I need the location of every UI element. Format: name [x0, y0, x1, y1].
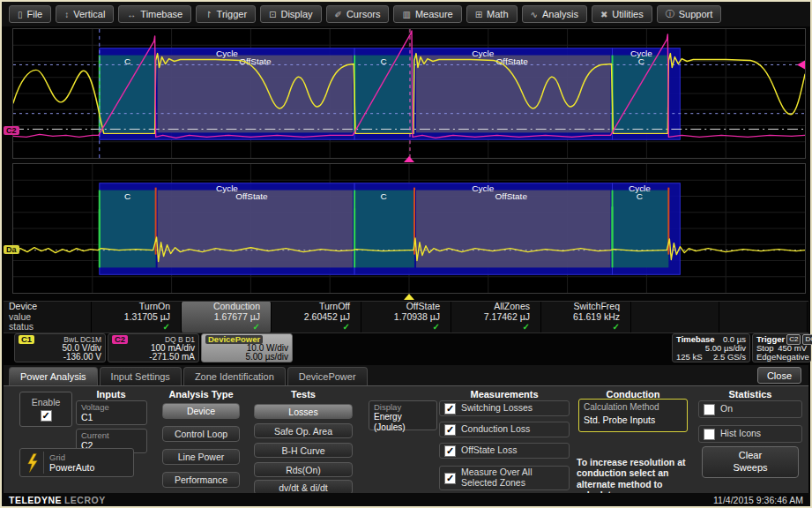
math-icon: ⊞: [475, 10, 482, 19]
timebase-rate: 2.5 GS/s: [713, 353, 746, 362]
trigger-descriptor[interactable]: Trigger C2 DC Stop 450 mV Edge Negative: [752, 333, 811, 362]
vertical-icon: ↕: [64, 10, 69, 19]
measurement-offstate-loss[interactable]: OffState Loss: [439, 443, 570, 459]
measurement-checkbox-measure-over-all-selected-zones[interactable]: [444, 473, 456, 484]
c1-descriptor[interactable]: C1 BwL DC1M 50.0 V/div -136.00 V: [14, 333, 106, 362]
measure-column-empty[interactable]: [631, 302, 719, 332]
tab-devicepower[interactable]: DevicePower: [287, 367, 368, 385]
menu-label: Utilities: [612, 9, 643, 19]
analysis-type-header: Analysis Type: [162, 389, 240, 400]
cursors-icon: ✐: [335, 10, 342, 19]
measure-column-conduction[interactable]: Conduction1.67677 µJ✓: [182, 302, 272, 332]
measure-column-allzones[interactable]: AllZones7.17462 µJ✓: [451, 302, 541, 332]
trigger-time-marker[interactable]: [404, 156, 414, 162]
test-losses[interactable]: Losses: [254, 404, 353, 419]
dialog-content: Inputs Analysis Type Tests Measurements …: [4, 385, 808, 495]
waveform-grid-top[interactable]: CCycleOffStateCCycleOffStateCycleC: [12, 28, 806, 159]
measure-status-ok-icon: ✓: [182, 322, 271, 332]
measure-value: 2.60452 µJ: [272, 312, 361, 323]
support-icon: ⓘ: [666, 8, 674, 20]
measure-value: 1.31705 µJ: [92, 312, 181, 323]
c1-offset: -136.00 V: [19, 353, 101, 362]
: [631, 312, 719, 323]
measurement-checkbox-switching-losses[interactable]: [444, 403, 456, 415]
c2-descriptor[interactable]: C2 DQ B D1 100 mA/div -271.50 mA: [108, 333, 199, 362]
test-rds-on[interactable]: Rds(On): [254, 462, 353, 477]
measurement-measure-over-all-selected-zones[interactable]: Measure Over All Selected Zones: [439, 466, 570, 490]
measure-name: TurnOff: [272, 302, 361, 312]
trigger-type: Edge: [756, 353, 776, 362]
voltage-input-field[interactable]: Voltage C1: [76, 400, 147, 425]
timebase-descriptor[interactable]: Timebase 0.0 µs 5.00 µs/div 125 kS 2.5 G…: [672, 333, 750, 362]
menu-display[interactable]: ⊡Display: [260, 5, 321, 23]
measure-column-offstate[interactable]: OffState1.70938 µJ✓: [361, 302, 451, 332]
brand-lecroy: LECROY: [64, 495, 106, 505]
stat-checkbox-on[interactable]: [704, 404, 715, 415]
calculation-method-label: Calculation Method: [584, 401, 682, 414]
devicepower-trace-label[interactable]: Da: [4, 245, 19, 254]
menu-timebase[interactable]: ↔Timebase: [118, 5, 191, 23]
tab-zone-identification[interactable]: Zone Identification: [183, 367, 286, 385]
measure-column-turnoff[interactable]: TurnOff2.60452 µJ✓: [272, 302, 361, 332]
menu-label: Analysis: [542, 9, 578, 19]
analysis-icon: ∿: [531, 10, 538, 19]
menu-label: Math: [487, 9, 508, 19]
analysis-type-control-loop[interactable]: Control Loop: [162, 426, 240, 442]
clear-sweeps-button[interactable]: Clear Sweeps: [702, 446, 799, 478]
analysis-type-line-power[interactable]: Line Power: [162, 449, 240, 465]
measure-row-labels: Devicevaluestatus: [4, 302, 92, 332]
menu-math[interactable]: ⊞Math: [466, 5, 518, 23]
enable-toggle[interactable]: Enable: [19, 392, 72, 427]
menu-label: Cursors: [346, 9, 381, 19]
menu-utilities[interactable]: ✖Utilities: [592, 5, 652, 23]
menu-support[interactable]: ⓘSupport: [657, 5, 722, 23]
stat-hist-icons[interactable]: Hist Icons: [698, 425, 802, 443]
enable-checkbox[interactable]: [41, 410, 52, 422]
measurement-checkbox-offstate-loss[interactable]: [444, 445, 456, 457]
measure-column-turnon[interactable]: TurnOn1.31705 µJ✓: [92, 302, 182, 332]
measure-row-label: value: [4, 312, 91, 323]
measurement-switching-losses[interactable]: Switching Losses: [439, 400, 570, 416]
analysis-type-performance[interactable]: Performance: [162, 472, 240, 488]
tab-power-analysis[interactable]: Power Analysis: [9, 367, 98, 385]
measurement-checkbox-conduction-loss[interactable]: [444, 424, 456, 436]
measure-row-label: Device: [4, 302, 91, 312]
timebase-icon: ↔: [127, 10, 136, 19]
menu-label: Vertical: [73, 9, 105, 19]
menu-cursors[interactable]: ✐Cursors: [326, 5, 390, 23]
measure-value: 61.619 kHz: [541, 312, 630, 323]
svg-text:OffState: OffState: [495, 191, 528, 201]
menu-analysis[interactable]: ∿Analysis: [522, 5, 587, 23]
stat-checkbox-hist-icons[interactable]: [704, 429, 715, 440]
trigger-position-marker[interactable]: [404, 294, 414, 300]
measure-name: AllZones: [451, 302, 540, 312]
stat-label: Hist Icons: [720, 429, 761, 439]
menu-label: File: [27, 9, 43, 19]
devicepower-descriptor[interactable]: DevicePower 10.0 W/div 5.00 µs/div: [201, 333, 293, 362]
close-button[interactable]: Close: [757, 367, 801, 384]
waveform-grid-bottom[interactable]: CCycleOffStateCCycleOffStateCycleC: [12, 163, 806, 294]
menu-measure[interactable]: ▥Measure: [393, 5, 461, 23]
calculation-method-field[interactable]: Calculation Method Std. Probe Inputs: [578, 399, 688, 432]
: [719, 312, 807, 323]
analysis-type-device[interactable]: Device: [162, 403, 240, 419]
measure-column-empty[interactable]: [719, 302, 808, 332]
grid-mode-field[interactable]: Grid PowerAuto: [19, 448, 134, 477]
svg-text:Cycle: Cycle: [472, 183, 494, 193]
measure-column-switchfreq[interactable]: SwitchFreq61.619 kHz✓: [541, 302, 631, 332]
test-safe-op-area[interactable]: Safe Op. Area: [254, 423, 353, 438]
c2-channel-tag: C2: [112, 335, 128, 344]
svg-text:Cycle: Cycle: [216, 49, 238, 58]
menu-trigger[interactable]: ↾Trigger: [196, 5, 256, 23]
test-b-h-curve[interactable]: B-H Curve: [254, 443, 353, 458]
display-field[interactable]: Display Energy (Joules): [369, 400, 437, 430]
measurement-conduction-loss[interactable]: Conduction Loss: [439, 422, 570, 437]
menu-vertical[interactable]: ↕Vertical: [56, 5, 114, 23]
brand-logo: TELEDYNE LECROY: [9, 495, 106, 505]
measure-status-ok-icon: ✓: [541, 322, 630, 332]
file-icon: ▯: [18, 10, 23, 19]
c2-trace-label[interactable]: C2: [4, 126, 19, 135]
stat-on[interactable]: On: [698, 400, 802, 418]
tab-input-settings[interactable]: Input Settings: [100, 367, 182, 385]
menu-file[interactable]: ▯File: [9, 5, 51, 23]
